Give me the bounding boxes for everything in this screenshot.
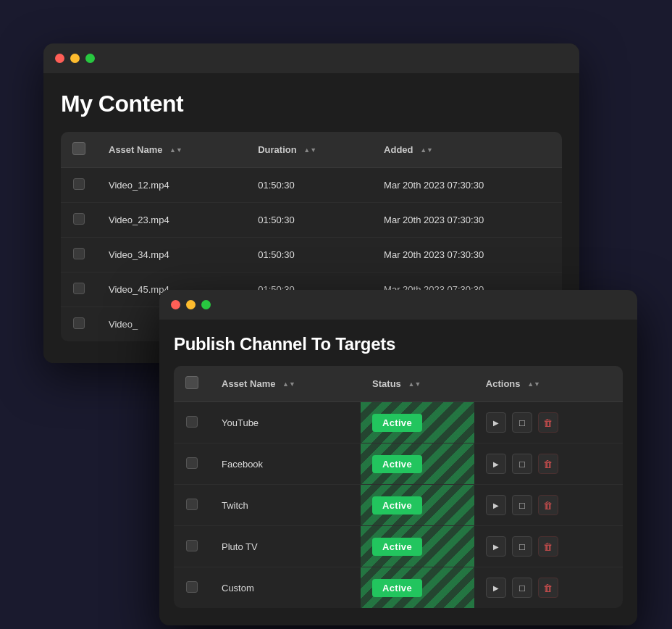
row-checkbox[interactable] — [73, 213, 85, 225]
stop-icon — [519, 500, 525, 511]
row-checkbox-cell[interactable] — [61, 168, 97, 203]
duration-cell: 01:50:30 — [246, 238, 372, 272]
trash-icon — [543, 583, 553, 593]
status-badge: Active — [372, 455, 422, 473]
pub-row-checkbox-cell[interactable] — [174, 485, 210, 526]
row-checkbox-cell[interactable] — [61, 203, 97, 238]
pub-row-checkbox[interactable] — [186, 416, 198, 428]
page-title: My Content — [61, 91, 562, 117]
sort-pub-asset-name-icon[interactable]: ▲▼ — [282, 381, 295, 388]
sort-pub-actions-icon[interactable]: ▲▼ — [527, 381, 540, 388]
play-icon — [493, 541, 499, 551]
status-badge: Active — [372, 538, 422, 556]
stop-button[interactable] — [512, 412, 532, 433]
row-checkbox[interactable] — [73, 248, 85, 259]
stop-icon — [519, 417, 525, 428]
trash-icon — [543, 500, 553, 511]
play-button[interactable] — [486, 536, 506, 557]
added-cell: Mar 20th 2023 07:30:30 — [372, 168, 562, 203]
play-button[interactable] — [486, 495, 506, 515]
pub-row-checkbox-cell[interactable] — [174, 567, 210, 609]
duration-cell: 01:50:30 — [246, 168, 372, 203]
pub-row-checkbox-cell[interactable] — [174, 526, 210, 567]
sort-asset-name-icon[interactable]: ▲▼ — [169, 147, 182, 154]
sort-pub-status-icon[interactable]: ▲▼ — [408, 381, 421, 388]
publish-select-all-checkbox[interactable] — [185, 376, 198, 389]
status-cell: Active — [361, 526, 474, 567]
table-row: Facebook Active — [174, 443, 623, 485]
pub-row-checkbox[interactable] — [186, 457, 198, 469]
delete-button[interactable] — [538, 454, 558, 474]
play-icon — [493, 459, 499, 469]
row-checkbox-cell[interactable] — [61, 238, 97, 272]
stop-button[interactable] — [512, 454, 532, 474]
pub-row-checkbox-cell[interactable] — [174, 443, 210, 485]
added-cell: Mar 20th 2023 07:30:30 — [372, 238, 562, 272]
pub-asset-name-cell: Pluto TV — [210, 526, 361, 567]
actions-cell — [474, 485, 623, 526]
status-cell: Active — [361, 485, 474, 526]
sort-duration-icon[interactable]: ▲▼ — [303, 147, 316, 154]
titlebar-1 — [43, 43, 579, 73]
status-cell: Active — [361, 567, 474, 609]
select-all-checkbox[interactable] — [72, 142, 85, 155]
sort-added-icon[interactable]: ▲▼ — [420, 147, 433, 154]
row-checkbox-cell[interactable] — [61, 272, 97, 307]
stop-icon — [519, 583, 525, 593]
status-badge: Active — [372, 496, 422, 515]
pub-row-checkbox[interactable] — [186, 499, 198, 510]
play-button[interactable] — [486, 454, 506, 474]
maximize-button-2[interactable] — [201, 300, 211, 309]
trash-icon — [543, 541, 553, 552]
publish-header-checkbox-cell[interactable] — [174, 366, 210, 402]
play-icon — [493, 417, 499, 428]
close-button[interactable] — [55, 54, 64, 63]
row-checkbox[interactable] — [73, 317, 85, 329]
asset-name-cell: Video_12.mp4 — [97, 168, 246, 203]
actions-cell — [474, 526, 623, 567]
stop-button[interactable] — [512, 536, 532, 557]
col-duration[interactable]: Duration ▲▼ — [246, 132, 372, 168]
actions-cell — [474, 443, 623, 485]
table-row: Pluto TV Active — [174, 526, 623, 567]
minimize-button-2[interactable] — [186, 300, 196, 309]
maximize-button[interactable] — [85, 54, 95, 63]
pub-row-checkbox[interactable] — [186, 581, 198, 593]
row-checkbox[interactable] — [73, 283, 85, 294]
pub-col-status[interactable]: Status ▲▼ — [361, 366, 474, 402]
pub-asset-name-cell: YouTube — [210, 402, 361, 443]
header-checkbox-cell[interactable] — [61, 132, 97, 168]
minimize-button[interactable] — [70, 54, 80, 63]
duration-cell: 01:50:30 — [246, 203, 372, 238]
delete-button[interactable] — [538, 536, 558, 557]
play-icon — [493, 500, 499, 510]
pub-col-actions[interactable]: Actions ▲▼ — [474, 366, 623, 402]
pub-row-checkbox-cell[interactable] — [174, 402, 210, 443]
pub-col-asset-name[interactable]: Asset Name ▲▼ — [210, 366, 361, 402]
status-badge: Active — [372, 414, 422, 432]
publish-channel-window: Publish Channel To Targets Asset Name ▲▼… — [159, 290, 637, 625]
row-checkbox-cell[interactable] — [61, 307, 97, 342]
stop-button[interactable] — [512, 578, 532, 598]
delete-button[interactable] — [538, 495, 558, 515]
status-cell: Active — [361, 443, 474, 485]
table-row: Video_34.mp4 01:50:30 Mar 20th 2023 07:3… — [61, 238, 562, 272]
asset-name-cell: Video_23.mp4 — [97, 203, 246, 238]
stop-icon — [519, 541, 525, 552]
play-button[interactable] — [486, 578, 506, 598]
pub-asset-name-cell: Facebook — [210, 443, 361, 485]
col-added[interactable]: Added ▲▼ — [372, 132, 562, 168]
trash-icon — [543, 417, 553, 428]
table-row: YouTube Active — [174, 402, 623, 443]
added-cell: Mar 20th 2023 07:30:30 — [372, 203, 562, 238]
pub-row-checkbox[interactable] — [186, 540, 198, 551]
asset-name-cell: Video_34.mp4 — [97, 238, 246, 272]
delete-button[interactable] — [538, 578, 558, 598]
play-button[interactable] — [486, 412, 506, 433]
col-asset-name[interactable]: Asset Name ▲▼ — [97, 132, 246, 168]
row-checkbox[interactable] — [73, 178, 85, 190]
stop-button[interactable] — [512, 495, 532, 515]
stop-icon — [519, 459, 525, 470]
close-button-2[interactable] — [171, 300, 180, 309]
delete-button[interactable] — [538, 412, 558, 433]
